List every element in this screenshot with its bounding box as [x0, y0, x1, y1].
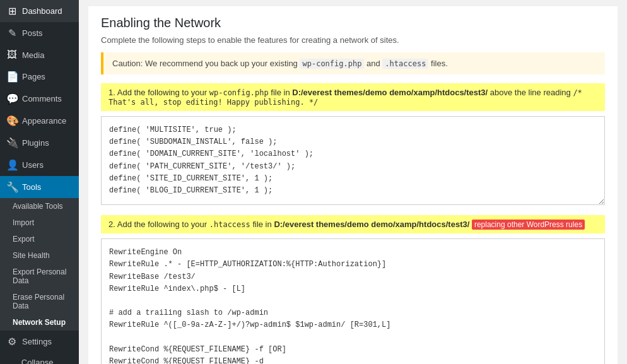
- step2-prefix: 2. Add the following to your: [108, 220, 207, 229]
- step1-instruction-bar: 1. Add the following to your wp-config.p…: [101, 83, 605, 111]
- caution-file2: .htaccess: [382, 59, 428, 69]
- sidebar-item-settings[interactable]: ⚙ Settings: [0, 331, 79, 353]
- collapse-icon: ◀: [6, 361, 17, 365]
- tools-submenu: Available Tools Import Export Site Healt…: [0, 198, 79, 331]
- sub-network-setup[interactable]: Network Setup: [0, 314, 79, 331]
- main-content: Enabling the Network Complete the follow…: [79, 0, 627, 364]
- media-icon: 🖼: [6, 49, 18, 61]
- step2-file: .htaccess: [209, 220, 250, 229]
- sidebar-item-dashboard[interactable]: ⊞ Dashboard: [0, 0, 79, 22]
- code-box-1: define( 'MULTISITE', true ); define( 'SU…: [101, 116, 605, 205]
- settings-icon: ⚙: [6, 336, 18, 348]
- sidebar-item-comments[interactable]: 💬 Comments: [0, 88, 79, 110]
- appearance-icon: 🎨: [6, 115, 18, 127]
- sub-available-tools[interactable]: Available Tools: [0, 198, 79, 214]
- sub-site-health[interactable]: Site Health: [0, 247, 79, 264]
- caution-and: and: [366, 59, 380, 68]
- sidebar-item-tools[interactable]: 🔧 Tools: [0, 176, 79, 198]
- step2-path: D:/everest themes/demo demo/xamp/htdocs/…: [274, 220, 469, 229]
- sidebar-item-plugins[interactable]: 🔌 Plugins: [0, 132, 79, 154]
- page-title: Enabling the Network: [101, 16, 605, 30]
- step1-prefix: 1. Add the following to your: [108, 88, 207, 97]
- content-area: Enabling the Network Complete the follow…: [88, 6, 618, 364]
- posts-icon: ✎: [6, 27, 18, 39]
- caution-file1: wp-config.php: [300, 59, 364, 69]
- caution-text: Caution: We recommend you back up your e…: [112, 59, 298, 68]
- plugins-icon: 🔌: [6, 137, 18, 149]
- sidebar-item-posts[interactable]: ✎ Posts: [0, 22, 79, 44]
- step2-instruction-bar: 2. Add the following to your .htaccess f…: [101, 215, 605, 233]
- sub-import[interactable]: Import: [0, 214, 79, 231]
- sub-export-personal-data[interactable]: Export Personal Data: [0, 264, 79, 289]
- step1-mid: file in: [271, 88, 290, 97]
- step2-highlight: replacing other WordPress rules: [472, 220, 585, 230]
- sub-export[interactable]: Export: [0, 231, 79, 247]
- pages-icon: 📄: [6, 71, 18, 83]
- sidebar-item-appearance[interactable]: 🎨 Appearance: [0, 110, 79, 132]
- step1-path: D:/everest themes/demo demo/xamp/htdocs/…: [292, 88, 488, 97]
- sidebar: ⊞ Dashboard ✎ Posts 🖼 Media 📄 Pages 💬 Co…: [0, 0, 79, 364]
- page-subtitle: Complete the following steps to enable t…: [101, 35, 605, 45]
- sidebar-item-collapse[interactable]: ◀ Collapse menu: [0, 353, 79, 364]
- dashboard-icon: ⊞: [6, 5, 18, 17]
- tools-icon: 🔧: [6, 181, 18, 193]
- sidebar-item-pages[interactable]: 📄 Pages: [0, 66, 79, 88]
- sidebar-item-users[interactable]: 👤 Users: [0, 154, 79, 176]
- step1-above: above the line reading: [490, 88, 571, 97]
- caution-files: files.: [431, 59, 448, 68]
- code-box-2: RewriteEngine On RewriteRule .* - [E=HTT…: [101, 238, 605, 364]
- caution-box: Caution: We recommend you back up your e…: [101, 52, 605, 74]
- comments-icon: 💬: [6, 93, 18, 105]
- step2-mid: file in: [252, 220, 271, 229]
- sub-erase-personal-data[interactable]: Erase Personal Data: [0, 289, 79, 314]
- users-icon: 👤: [6, 159, 18, 171]
- step1-file: wp-config.php: [209, 88, 269, 97]
- sidebar-item-media[interactable]: 🖼 Media: [0, 44, 79, 66]
